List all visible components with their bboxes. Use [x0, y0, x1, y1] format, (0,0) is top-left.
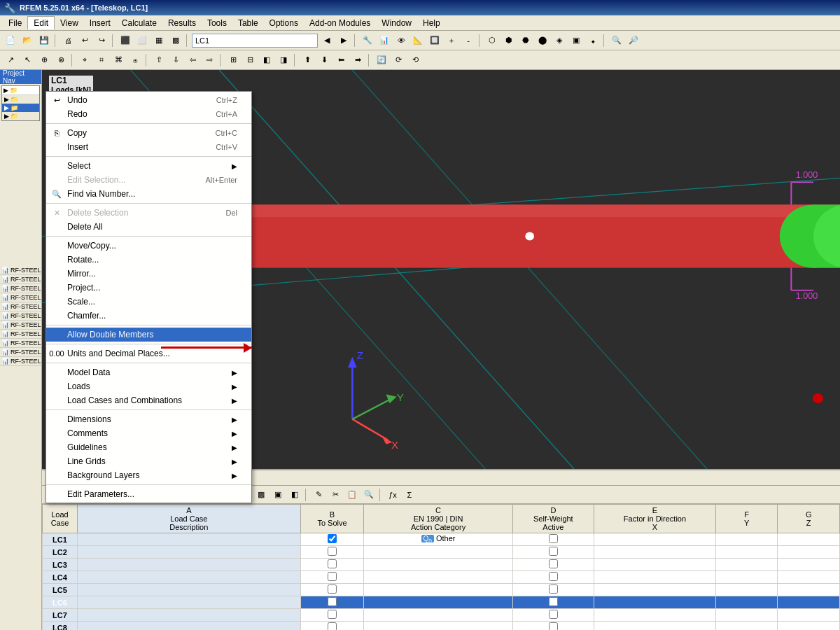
- toolbar-btn9[interactable]: 👁: [393, 33, 409, 48]
- toolbar-btn14[interactable]: ⬡: [484, 33, 500, 48]
- list-item[interactable]: 📊RF-STEEL GB - Design of steel me: [0, 330, 41, 339]
- cell-sw_active[interactable]: [512, 559, 594, 571]
- toolbar-btn5[interactable]: ▦: [151, 33, 167, 48]
- cell-desc[interactable]: [78, 596, 301, 609]
- menu-item-copy[interactable]: ⎘CopyCtrl+C: [46, 126, 251, 140]
- tb2-btn8[interactable]: ⍟: [127, 52, 143, 68]
- cell-z[interactable]: [778, 596, 840, 609]
- table-container[interactable]: LoadCase ALoad CaseDescription BTo Solve…: [42, 504, 840, 630]
- list-item[interactable]: 📊RF-STEEL Surfaces - General stress: [0, 266, 41, 275]
- cell-solve[interactable]: [300, 622, 364, 631]
- menu-item-rotate[interactable]: Rotate...: [46, 253, 251, 267]
- menu-help[interactable]: Help: [417, 17, 446, 29]
- undo-btn[interactable]: ↩: [77, 33, 92, 48]
- list-item[interactable]: 📊RF-STEEL SIA - Design of steel me: [0, 312, 41, 321]
- tb2-btn16[interactable]: ◨: [276, 52, 291, 68]
- bt-btn17[interactable]: ✂: [328, 487, 343, 503]
- cell-desc[interactable]: [78, 609, 301, 622]
- bt-formula[interactable]: ƒx: [385, 487, 400, 503]
- lc-combo[interactable]: [192, 34, 318, 48]
- menu-item-loads[interactable]: Loads▶: [46, 379, 251, 393]
- menu-item-scale[interactable]: Scale...: [46, 295, 251, 309]
- cell-z[interactable]: [778, 622, 840, 631]
- cell-y[interactable]: [715, 546, 778, 559]
- cell-solve[interactable]: [300, 584, 364, 596]
- tb2-btn15[interactable]: ◧: [259, 52, 274, 68]
- menu-item-line-grids[interactable]: Line Grids▶: [46, 454, 251, 468]
- menu-item-chamfer[interactable]: Chamfer...: [46, 309, 251, 323]
- tb2-btn11[interactable]: ⇦: [185, 52, 200, 68]
- cell-x[interactable]: [594, 533, 715, 546]
- bt-btn14[interactable]: ▣: [270, 487, 286, 503]
- lc-next[interactable]: ▶: [336, 33, 351, 48]
- cell-z[interactable]: [778, 533, 840, 546]
- cell-solve[interactable]: [300, 596, 364, 609]
- bt-btn15[interactable]: ◧: [287, 487, 302, 503]
- bt-btn18[interactable]: 📋: [344, 487, 360, 503]
- list-item[interactable]: 📊RF-STEEL BS - Design of steel mem: [0, 321, 41, 330]
- toolbar-btn13[interactable]: -: [461, 33, 476, 48]
- table-row[interactable]: LC6: [43, 596, 840, 609]
- menu-options[interactable]: Options: [264, 17, 304, 29]
- toolbar-btn8[interactable]: 📊: [377, 33, 392, 48]
- list-item[interactable]: 📊RF-STEEL AS - Design of steel me: [0, 348, 41, 357]
- menu-item-units-decimal[interactable]: 0.00Units and Decimal Places...: [46, 346, 251, 360]
- cell-solve[interactable]: [300, 546, 364, 559]
- cell-x[interactable]: [594, 584, 715, 596]
- cell-sw_active[interactable]: [512, 584, 594, 596]
- toolbar-btn12[interactable]: +: [444, 33, 459, 48]
- list-item[interactable]: 📊RF-STEEL IS - Design of steel mem: [0, 302, 41, 312]
- menu-item-select[interactable]: Select▶: [46, 159, 251, 173]
- menu-item-move-copy[interactable]: Move/Copy...: [46, 239, 251, 253]
- tb2-btn7[interactable]: ⌘: [111, 52, 126, 68]
- menu-item-comments[interactable]: Comments▶: [46, 426, 251, 440]
- cell-x[interactable]: [594, 571, 715, 584]
- cell-solve[interactable]: [300, 571, 364, 584]
- toolbar-btn4[interactable]: ⬜: [134, 33, 150, 48]
- tb2-btn3[interactable]: ⊕: [36, 52, 52, 68]
- lc-prev[interactable]: ◀: [319, 33, 335, 48]
- tb2-btn23[interactable]: ⟲: [407, 52, 423, 68]
- tb2-btn5[interactable]: ⌖: [77, 52, 92, 68]
- menu-item-dimensions[interactable]: Dimensions▶: [46, 412, 251, 426]
- toolbar-btn6[interactable]: ▩: [168, 33, 183, 48]
- save-btn[interactable]: 💾: [36, 33, 52, 48]
- toolbar-btn10[interactable]: 📐: [410, 33, 426, 48]
- toolbar-btn3[interactable]: ⬛: [118, 33, 133, 48]
- tb2-btn18[interactable]: ⬇: [316, 52, 332, 68]
- cell-solve[interactable]: [300, 559, 364, 571]
- cell-x[interactable]: [594, 596, 715, 609]
- toolbar-btn16[interactable]: ⬣: [518, 33, 533, 48]
- cell-y[interactable]: [715, 559, 778, 571]
- toolbar-btn17[interactable]: ⬤: [535, 33, 550, 48]
- cell-desc[interactable]: [78, 546, 301, 559]
- toolbar-btn21[interactable]: 🔍: [609, 33, 624, 48]
- cell-solve[interactable]: [300, 533, 364, 546]
- menu-edit[interactable]: Edit: [27, 16, 55, 29]
- menu-results[interactable]: Results: [162, 17, 202, 29]
- bt-btn16[interactable]: ✎: [311, 487, 326, 503]
- tb2-btn4[interactable]: ⊗: [53, 52, 69, 68]
- tb2-btn17[interactable]: ⬆: [300, 52, 315, 68]
- tb2-btn14[interactable]: ⊟: [242, 52, 258, 68]
- redo-btn[interactable]: ↪: [94, 33, 109, 48]
- toolbar-btn20[interactable]: ⬥: [585, 33, 601, 48]
- bt-btn19[interactable]: 🔍: [361, 487, 377, 503]
- toolbar-btn18[interactable]: ◈: [552, 33, 567, 48]
- table-row[interactable]: LC3: [43, 559, 840, 571]
- tb2-btn19[interactable]: ⬅: [333, 52, 349, 68]
- cell-desc[interactable]: [78, 584, 301, 596]
- table-row[interactable]: LC8: [43, 622, 840, 631]
- list-item[interactable]: 📊RF-STEEL AISC - Design of steel m: [0, 293, 41, 302]
- open-btn[interactable]: 📂: [20, 33, 35, 48]
- cell-z[interactable]: [778, 571, 840, 584]
- tb2-btn12[interactable]: ⇨: [202, 52, 217, 68]
- menu-window[interactable]: Window: [376, 17, 417, 29]
- tb2-btn6[interactable]: ⌗: [94, 52, 109, 68]
- cell-desc[interactable]: [78, 571, 301, 584]
- menu-addon[interactable]: Add-on Modules: [304, 17, 376, 29]
- tb2-btn13[interactable]: ⊞: [225, 52, 241, 68]
- menu-item-undo[interactable]: ↩UndoCtrl+Z: [46, 93, 251, 107]
- tb2-btn9[interactable]: ⇧: [151, 52, 167, 68]
- menu-item-model-data[interactable]: Model Data▶: [46, 365, 251, 379]
